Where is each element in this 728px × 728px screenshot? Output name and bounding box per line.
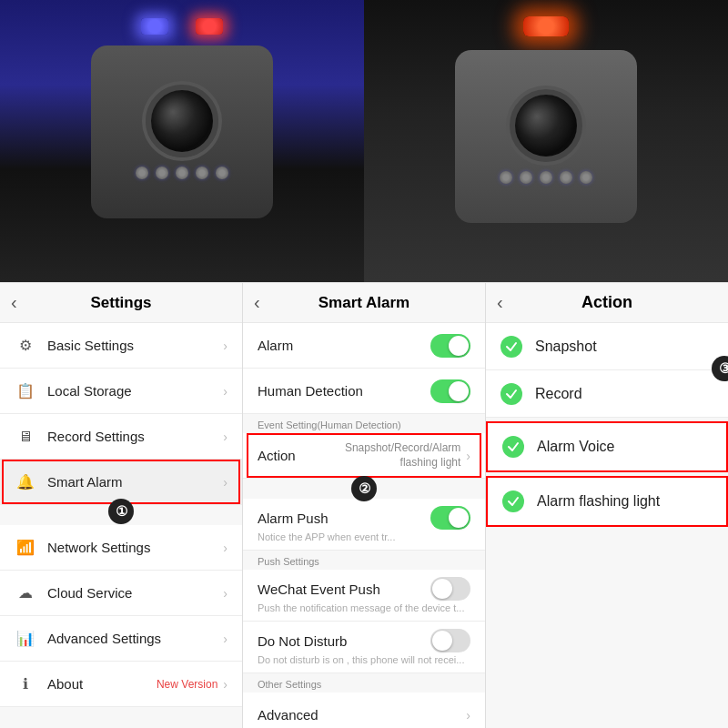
local-storage-arrow: › bbox=[223, 384, 228, 399]
dnd-label: Do Not Disturb bbox=[258, 633, 430, 649]
wechat-sub: Push the notification message of the dev… bbox=[258, 602, 464, 613]
alarm-flashing-wrapper: Alarm flashing light ← bbox=[486, 476, 728, 527]
record-check-icon bbox=[500, 383, 522, 405]
alarm-voice-label: Alarm Voice bbox=[537, 439, 712, 455]
settings-item-record-settings[interactable]: 🖥 Record Settings › bbox=[0, 414, 242, 460]
record-settings-arrow: › bbox=[223, 430, 228, 444]
camera-row bbox=[0, 0, 728, 282]
settings-item-local-storage[interactable]: 📋 Local Storage › bbox=[0, 369, 242, 414]
ir-lights-left bbox=[136, 167, 228, 179]
basic-settings-label: Basic Settings bbox=[47, 338, 223, 353]
settings-back-arrow[interactable]: ‹ bbox=[11, 292, 17, 313]
alarm-push-sub: Notice the APP when event tr... bbox=[258, 531, 395, 542]
settings-list: ⚙ Basic Settings › 📋 Local Storage › 🖥 R… bbox=[0, 323, 242, 728]
advanced-label: Advanced bbox=[258, 707, 466, 723]
ir-dot bbox=[580, 171, 592, 184]
badge-2: ② bbox=[351, 476, 377, 501]
red-light-left bbox=[196, 18, 223, 35]
network-settings-arrow: › bbox=[223, 541, 228, 555]
snapshot-check-icon bbox=[500, 336, 522, 358]
push-settings-header: Push Settings bbox=[243, 551, 485, 570]
cam-body-left bbox=[91, 46, 273, 218]
panels-row: ‹ Settings ⚙ Basic Settings › 📋 Local St… bbox=[0, 282, 728, 728]
dnd-item[interactable]: Do Not Disturb Do not disturb is on , th… bbox=[243, 622, 485, 673]
settings-item-cloud-service[interactable]: ☁ Cloud Service › bbox=[0, 571, 242, 616]
smart-alarm-title: Smart Alarm bbox=[318, 294, 410, 312]
alarm-toggle[interactable] bbox=[430, 334, 470, 358]
action-alarm-flashing-light[interactable]: Alarm flashing light bbox=[486, 476, 728, 527]
action-header: ‹ Action bbox=[486, 283, 728, 323]
local-storage-label: Local Storage bbox=[47, 383, 223, 399]
action-snapshot[interactable]: Snapshot bbox=[486, 323, 728, 370]
local-storage-icon: 📋 bbox=[15, 380, 36, 402]
ir-dot bbox=[560, 171, 572, 184]
human-detection-item[interactable]: Human Detection bbox=[243, 369, 485, 414]
ir-dot bbox=[500, 171, 512, 184]
basic-settings-arrow: › bbox=[223, 339, 228, 353]
alarm-push-toggle[interactable] bbox=[430, 506, 470, 530]
action-list: Snapshot Record ③ Alarm Voice ← bbox=[486, 323, 728, 728]
alarm-voice-wrapper: Alarm Voice ← bbox=[486, 421, 728, 472]
cloud-service-icon: ☁ bbox=[15, 582, 36, 604]
action-row-arrow: › bbox=[466, 449, 470, 463]
ir-dot bbox=[540, 171, 552, 184]
panel-action: ‹ Action Snapshot Record ③ bbox=[486, 283, 728, 728]
ir-dot bbox=[156, 167, 168, 179]
wechat-item[interactable]: WeChat Event Push Push the notification … bbox=[243, 570, 485, 622]
camera-right bbox=[364, 0, 728, 282]
advanced-settings-label: Advanced Settings bbox=[47, 631, 223, 646]
action-alarm-voice[interactable]: Alarm Voice bbox=[486, 421, 728, 472]
smart-alarm-icon: 🔔 bbox=[15, 471, 36, 493]
settings-header: ‹ Settings bbox=[0, 283, 242, 323]
action-row[interactable]: Action Snapshot/Record/Alarm flashing li… bbox=[243, 433, 485, 479]
snapshot-label: Snapshot bbox=[535, 339, 713, 355]
blue-light bbox=[141, 18, 168, 35]
ir-dot bbox=[136, 167, 148, 179]
settings-title: Settings bbox=[90, 294, 151, 312]
event-section-header: Event Setting(Human Detection) bbox=[243, 414, 485, 433]
advanced-settings-icon: 📊 bbox=[15, 628, 36, 650]
network-settings-icon: 📶 bbox=[15, 537, 36, 559]
settings-item-network-settings[interactable]: 📶 Network Settings › bbox=[0, 525, 242, 571]
light-bar-left bbox=[127, 16, 237, 36]
dnd-toggle[interactable] bbox=[430, 629, 470, 652]
cloud-service-label: Cloud Service bbox=[47, 585, 223, 601]
settings-item-smart-alarm[interactable]: 🔔 Smart Alarm › ① bbox=[0, 460, 242, 505]
action-row-value: Snapshot/Record/Alarm flashing light bbox=[342, 441, 460, 470]
alarm-push-item[interactable]: Alarm Push Notice the APP when event tr.… bbox=[243, 499, 485, 551]
badge-3: ③ bbox=[712, 356, 728, 381]
action-record[interactable]: Record ③ bbox=[486, 370, 728, 418]
about-label: About bbox=[47, 676, 157, 692]
action-back-arrow[interactable]: ‹ bbox=[497, 292, 503, 313]
alarm-list: Alarm Human Detection Event Setting(Huma… bbox=[243, 323, 485, 728]
smart-alarm-header: ‹ Smart Alarm bbox=[243, 283, 485, 323]
action-row-label: Action bbox=[258, 448, 342, 463]
alarm-voice-check-icon bbox=[502, 436, 524, 458]
human-detection-label: Human Detection bbox=[258, 383, 430, 399]
ir-lights-right bbox=[500, 171, 592, 184]
human-detection-toggle[interactable] bbox=[430, 379, 470, 403]
settings-item-advanced-settings[interactable]: 📊 Advanced Settings › bbox=[0, 616, 242, 662]
advanced-row[interactable]: Advanced › bbox=[243, 693, 485, 728]
smart-alarm-back-arrow[interactable]: ‹ bbox=[254, 292, 260, 313]
panel-settings: ‹ Settings ⚙ Basic Settings › 📋 Local St… bbox=[0, 283, 243, 728]
action-title: Action bbox=[581, 293, 632, 312]
other-settings-header: Other Settings bbox=[243, 673, 485, 693]
alarm-toggle-item[interactable]: Alarm bbox=[243, 323, 485, 369]
advanced-arrow: › bbox=[466, 708, 470, 723]
record-settings-label: Record Settings bbox=[47, 429, 223, 444]
smart-alarm-label: Smart Alarm bbox=[47, 474, 223, 490]
camera-lens-left bbox=[146, 85, 218, 157]
basic-settings-icon: ⚙ bbox=[15, 335, 36, 357]
alarm-label: Alarm bbox=[258, 338, 430, 353]
wechat-toggle[interactable] bbox=[430, 577, 470, 601]
cam-body-right bbox=[455, 50, 637, 223]
camera-lens-right bbox=[510, 89, 582, 162]
settings-item-basic-settings[interactable]: ⚙ Basic Settings › bbox=[0, 323, 242, 369]
dnd-sub: Do not disturb is on , this phone will n… bbox=[258, 654, 464, 665]
ir-dot bbox=[176, 167, 188, 179]
smart-alarm-arrow: › bbox=[223, 475, 228, 490]
settings-item-about[interactable]: ℹ About New Version › bbox=[0, 662, 242, 707]
alarm-push-label: Alarm Push bbox=[258, 511, 430, 526]
wechat-label: WeChat Event Push bbox=[258, 581, 430, 597]
